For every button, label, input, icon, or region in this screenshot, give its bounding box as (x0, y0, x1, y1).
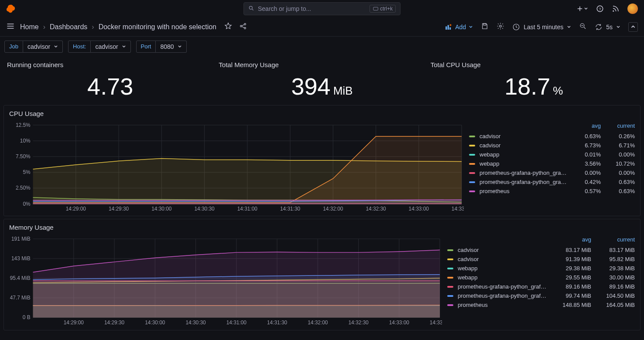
variables-row: Job cadvisor Host: cadvisor Port 8080 (0, 37, 644, 57)
cpu-chart-svg: 0%2.50%5%7.50%10%12.5%14:29:0014:29:3014… (9, 122, 464, 212)
svg-text:14:30:30: 14:30:30 (194, 206, 215, 212)
zoom-out-icon[interactable] (579, 22, 587, 31)
legend-row[interactable]: prometheus-grafana-python_grafana_1 99.7… (447, 291, 635, 300)
legend-row[interactable]: prometheus-grafana-python_grafana_1 0.00… (469, 168, 635, 177)
refresh-button[interactable]: 5s (595, 23, 620, 31)
save-icon[interactable] (481, 22, 489, 31)
svg-text:?: ? (599, 7, 601, 11)
legend-avg: 6.73% (567, 142, 601, 149)
legend-row[interactable]: webapp 29.38 MiB 29.38 MiB (447, 264, 635, 273)
legend-current: 0.63% (601, 179, 635, 185)
time-picker[interactable]: Last 5 minutes (512, 23, 571, 31)
menu-icon[interactable] (6, 22, 15, 32)
crumb-home[interactable]: Home (20, 23, 39, 31)
legend-row[interactable]: prometheus 148.85 MiB 164.05 MiB (447, 300, 635, 309)
crumb-dashboards[interactable]: Dashboards (50, 23, 87, 31)
svg-line-1 (252, 9, 253, 10)
legend-avg: 83.17 MiB (548, 247, 591, 253)
svg-text:14:33:30: 14:33:30 (452, 206, 464, 212)
svg-text:14:30:30: 14:30:30 (185, 320, 206, 326)
legend-swatch (469, 181, 475, 183)
chevron-down-icon (54, 44, 58, 49)
mem-legend: avg current cadvisor 83.17 MiB 83.17 MiB… (447, 235, 635, 326)
svg-text:12.5%: 12.5% (16, 122, 31, 128)
mem-chart-area[interactable]: 0 B47.7 MiB95.4 MiB143 MiB191 MiB14:29:0… (9, 235, 442, 326)
svg-text:14:31:30: 14:31:30 (280, 206, 301, 212)
refresh-icon (595, 23, 603, 31)
stat-total-memory[interactable]: Total Memory Usage 394MiB (216, 58, 428, 102)
legend-row[interactable]: prometheus-grafana-python_grafana_1 89.1… (447, 282, 635, 291)
plus-icon[interactable] (576, 5, 588, 13)
svg-text:7.50%: 7.50% (16, 153, 31, 160)
legend-current: 95.82 MiB (591, 256, 635, 262)
search-placeholder: Search or jump to... (258, 5, 311, 12)
legend-row[interactable]: cadvisor 6.73% 6.71% (469, 141, 635, 150)
legend-swatch (447, 304, 453, 306)
legend-row[interactable]: prometheus-grafana-python_grafana_1 0.42… (469, 177, 635, 187)
var-host[interactable]: Host: cadvisor (68, 41, 130, 53)
chevron-down-icon (469, 25, 473, 29)
legend-name: prometheus (480, 188, 567, 194)
settings-icon[interactable] (497, 22, 504, 31)
topbar: Search or jump to... ctrl+k ? (0, 0, 644, 17)
stats-row: Running containers 4.73 Total Memory Usa… (0, 57, 644, 102)
legend-current: 29.38 MiB (591, 265, 635, 272)
legend-name: cadvisor (458, 247, 548, 253)
legend-current: 0.00% (601, 151, 635, 158)
cpu-chart-area[interactable]: 0%2.50%5%7.50%10%12.5%14:29:0014:29:3014… (9, 122, 464, 212)
star-icon[interactable] (224, 22, 232, 31)
share-icon[interactable] (239, 22, 247, 31)
legend-current: 6.71% (601, 142, 635, 149)
avatar[interactable] (627, 3, 638, 14)
legend-avg: 0.42% (567, 179, 601, 185)
panel-memory-usage[interactable]: Memory Usage 0 B47.7 MiB95.4 MiB143 MiB1… (3, 219, 641, 330)
legend-name: prometheus-grafana-python_grafana_1 (480, 179, 567, 185)
rss-icon[interactable] (612, 5, 620, 13)
svg-point-5 (613, 10, 614, 12)
search-input[interactable]: Search or jump to... ctrl+k (243, 2, 401, 15)
collapse-icon[interactable] (628, 22, 638, 32)
svg-text:14:30:00: 14:30:00 (151, 206, 172, 212)
legend-row[interactable]: webapp 0.01% 0.00% (469, 150, 635, 159)
var-job[interactable]: Job cadvisor (4, 41, 63, 53)
svg-text:14:33:30: 14:33:30 (430, 320, 442, 326)
svg-text:95.4 MiB: 95.4 MiB (10, 275, 31, 282)
legend-current: 83.17 MiB (591, 247, 635, 253)
svg-rect-9 (445, 26, 447, 30)
panel-cpu-usage[interactable]: CPU Usage 0%2.50%5%7.50%10%12.5%14:29:00… (3, 105, 641, 216)
search-icon (248, 5, 254, 13)
svg-text:10%: 10% (20, 138, 31, 144)
legend-name: prometheus-grafana-python_grafana_1 (480, 170, 567, 176)
legend-avg: 0.63% (567, 133, 601, 139)
legend-current: 0.63% (601, 188, 635, 194)
legend-avg: 89.16 MiB (548, 283, 591, 290)
mem-chart-svg: 0 B47.7 MiB95.4 MiB143 MiB191 MiB14:29:0… (9, 235, 442, 326)
svg-rect-11 (449, 27, 451, 29)
legend-row[interactable]: cadvisor 83.17 MiB 83.17 MiB (447, 245, 635, 255)
var-port[interactable]: Port 8080 (136, 41, 187, 53)
svg-text:14:33:00: 14:33:00 (409, 206, 429, 212)
svg-text:14:33:00: 14:33:00 (389, 320, 410, 326)
legend-name: cadvisor (480, 133, 567, 139)
legend-avg: 29.38 MiB (548, 265, 591, 272)
svg-text:14:32:30: 14:32:30 (348, 320, 369, 326)
grafana-logo-icon[interactable] (6, 4, 16, 14)
legend-swatch (469, 172, 475, 174)
svg-point-13 (500, 25, 502, 27)
legend-row[interactable]: cadvisor 0.63% 0.26% (469, 132, 635, 141)
legend-row[interactable]: cadvisor 91.39 MiB 95.82 MiB (447, 255, 635, 264)
legend-swatch (447, 277, 453, 279)
help-icon[interactable]: ? (596, 5, 604, 13)
legend-name: prometheus-grafana-python_grafana_1 (458, 292, 548, 299)
stat-running-containers[interactable]: Running containers 4.73 (4, 58, 216, 102)
legend-name: webapp (458, 265, 548, 272)
svg-rect-12 (483, 24, 486, 25)
stat-total-cpu[interactable]: Total CPU Usage 18.7% (428, 58, 640, 102)
legend-row[interactable]: webapp 29.55 MiB 30.00 MiB (447, 273, 635, 282)
svg-text:14:29:30: 14:29:30 (109, 206, 129, 212)
svg-rect-2 (373, 7, 378, 10)
add-button[interactable]: Add (445, 23, 473, 31)
clock-icon (512, 23, 520, 31)
legend-row[interactable]: webapp 3.56% 10.72% (469, 159, 635, 168)
legend-row[interactable]: prometheus 0.57% 0.63% (469, 187, 635, 196)
